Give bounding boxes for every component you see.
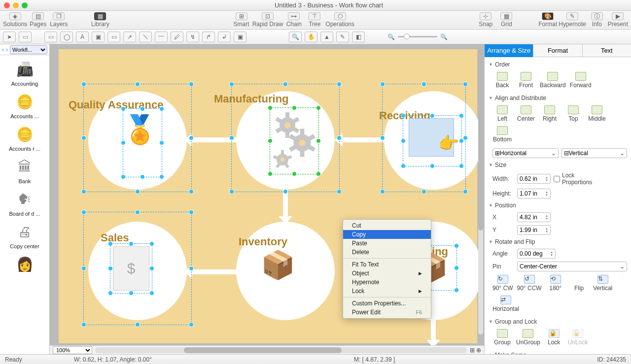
connector3-tool[interactable]: ↲ — [218, 32, 231, 42]
ctx-fit[interactable]: Fit To Text — [343, 260, 431, 269]
y-field[interactable]: 1.99 in▲▼ — [517, 225, 551, 235]
flip-v[interactable]: ⇅Vertical — [593, 275, 613, 292]
ctx-custom-prop[interactable]: Custom Properties... — [343, 299, 431, 308]
ellipse-shape-tool[interactable]: ◯ — [60, 32, 73, 42]
ctx-power-edit[interactable]: Power EditF6 — [343, 308, 431, 317]
lib-item-copy[interactable]: 🖨Copy center — [2, 220, 47, 249]
window-minimize-icon[interactable] — [13, 2, 19, 8]
stamp-tool[interactable]: ▣ — [92, 32, 105, 42]
zoom-select[interactable]: 100% — [53, 346, 92, 354]
ctx-paste[interactable]: Paste — [343, 239, 431, 248]
angle-field[interactable]: 0.00 deg▲▼ — [517, 249, 556, 259]
ctx-copy[interactable]: Copy — [343, 230, 431, 239]
align-top[interactable]: Top — [563, 105, 583, 122]
tab-arrange[interactable]: Arrange & Size — [485, 44, 533, 57]
pages-button[interactable]: ▤Pages — [28, 11, 48, 29]
selection-box[interactable] — [123, 108, 162, 177]
lib-item-accounts-r[interactable]: 🪙Accounts r ... — [2, 122, 47, 152]
vertical-scrollbar[interactable] — [478, 48, 483, 334]
nav-fwd-icon[interactable]: › — [6, 46, 8, 53]
tab-format[interactable]: Format — [533, 44, 582, 57]
annotate-tool[interactable]: ▭ — [107, 32, 120, 42]
tree-button[interactable]: ⊤Tree — [305, 11, 324, 29]
lock-proportions[interactable]: Lock Proportions — [554, 172, 575, 186]
nav-back-icon[interactable]: ‹ — [2, 46, 4, 53]
ctx-object[interactable]: Object — [343, 269, 431, 278]
line-tool[interactable]: ＼ — [139, 32, 152, 42]
width-field[interactable]: 0.62 in▲▼ — [517, 174, 551, 184]
selection-box[interactable] — [110, 243, 152, 294]
ctx-cut[interactable]: Cut — [343, 221, 431, 230]
text-shape-tool[interactable]: A — [76, 32, 89, 42]
arrow-tool[interactable]: ↗ — [123, 32, 136, 42]
format-button[interactable]: 🎨Format — [538, 11, 558, 29]
chain-button[interactable]: ⊶Chain — [284, 11, 304, 29]
rotate-ccw[interactable]: ↺90° CCW — [517, 275, 541, 292]
horizontal-scrollbar[interactable] — [95, 347, 467, 353]
connector2-tool[interactable]: ↱ — [202, 32, 215, 42]
order-backward[interactable]: Backward — [540, 72, 566, 89]
flip-h[interactable]: ⇄Horizontal — [492, 296, 519, 312]
section-rotate[interactable]: Rotate and Flip — [489, 236, 627, 247]
section-same[interactable]: Make Same — [489, 350, 627, 354]
align-right[interactable]: Right — [540, 105, 560, 122]
eyedrop-tool[interactable]: ✎ — [336, 32, 349, 42]
zoom-in-tool[interactable]: 🔍 — [289, 32, 302, 42]
order-back[interactable]: Back — [492, 72, 512, 89]
tab-text[interactable]: Text — [583, 44, 631, 57]
lib-item-person[interactable]: 👩 — [2, 252, 47, 276]
container-tool[interactable]: ▣ — [234, 32, 246, 42]
zoom-slider[interactable]: 🔍 🔍 — [387, 33, 448, 40]
lib-item-board[interactable]: 🗣Board of d ... — [2, 187, 47, 217]
align-center[interactable]: Center — [516, 105, 536, 122]
rapid-draw-button[interactable]: ⊡Rapid Draw — [252, 11, 283, 29]
fill-tool[interactable]: ▲ — [320, 32, 333, 42]
hypernote-button[interactable]: ✎Hypernote — [559, 11, 586, 29]
section-size[interactable]: Size — [489, 160, 627, 170]
unlock-btn[interactable]: 🔓UnLock — [568, 329, 588, 346]
distribute-v[interactable]: ⊟ Vertical — [561, 148, 628, 158]
distribute-h[interactable]: ⊞ Horizontal — [492, 148, 559, 158]
height-field[interactable]: 1.07 in▲▼ — [517, 189, 551, 199]
align-bottom[interactable]: Bottom — [492, 126, 512, 143]
lib-item-accounting[interactable]: 📠Accounting — [2, 57, 47, 87]
lock-btn[interactable]: 🔒Lock — [544, 329, 564, 346]
zoom-plus-icon[interactable]: 🔍 — [440, 33, 448, 40]
erase-tool[interactable]: ◧ — [352, 32, 365, 42]
operations-button[interactable]: ⬡Operations — [325, 11, 354, 29]
info-button[interactable]: ⓘInfo — [587, 11, 607, 29]
x-field[interactable]: 4.82 in▲▼ — [517, 212, 551, 222]
ctx-hypernote[interactable]: Hypernote — [343, 278, 431, 287]
connector1-tool[interactable]: ↯ — [186, 32, 199, 42]
align-middle[interactable]: Middle — [587, 105, 607, 122]
align-left[interactable]: Left — [492, 105, 512, 122]
lib-item-bank[interactable]: 🏛Bank — [2, 155, 47, 184]
section-group[interactable]: Group and Lock — [489, 316, 627, 327]
pin-select[interactable]: Center-Center — [517, 262, 627, 271]
smart-button[interactable]: ⊞Smart — [232, 11, 251, 29]
pan-tool[interactable]: ✋ — [305, 32, 317, 42]
section-position[interactable]: Position — [489, 200, 627, 211]
section-order[interactable]: Order — [489, 59, 627, 70]
active-selection[interactable] — [270, 107, 319, 174]
section-align[interactable]: Align and Distribute — [489, 93, 627, 103]
selection-box[interactable] — [403, 115, 462, 166]
library-button[interactable]: ▦Library — [90, 11, 110, 29]
pointer-tool[interactable]: ➤ — [3, 32, 16, 42]
spline-tool[interactable]: 〰 — [155, 32, 168, 42]
order-forward[interactable]: Forward — [570, 72, 592, 89]
window-zoom-icon[interactable] — [22, 2, 28, 8]
library-select[interactable]: Workfl... — [10, 45, 47, 54]
solutions-button[interactable]: ◈Solutions — [3, 11, 27, 29]
grid-button[interactable]: ▦Grid — [496, 11, 516, 29]
ctx-lock[interactable]: Lock — [343, 287, 431, 296]
rect-shape-tool[interactable]: ▭ — [44, 32, 57, 42]
lib-item-accounts[interactable]: 🪙Accounts ... — [2, 90, 47, 119]
highlighter-tool[interactable]: 🖊 — [171, 32, 183, 42]
layers-button[interactable]: ❐Layers — [49, 11, 69, 29]
group-btn[interactable]: Group — [492, 329, 512, 346]
window-close-icon[interactable] — [4, 2, 10, 8]
snap-button[interactable]: ⊹Snap — [476, 11, 495, 29]
rotate-cw[interactable]: ↻90° CW — [492, 275, 513, 292]
zoom-minus-icon[interactable]: 🔍 — [387, 33, 395, 40]
